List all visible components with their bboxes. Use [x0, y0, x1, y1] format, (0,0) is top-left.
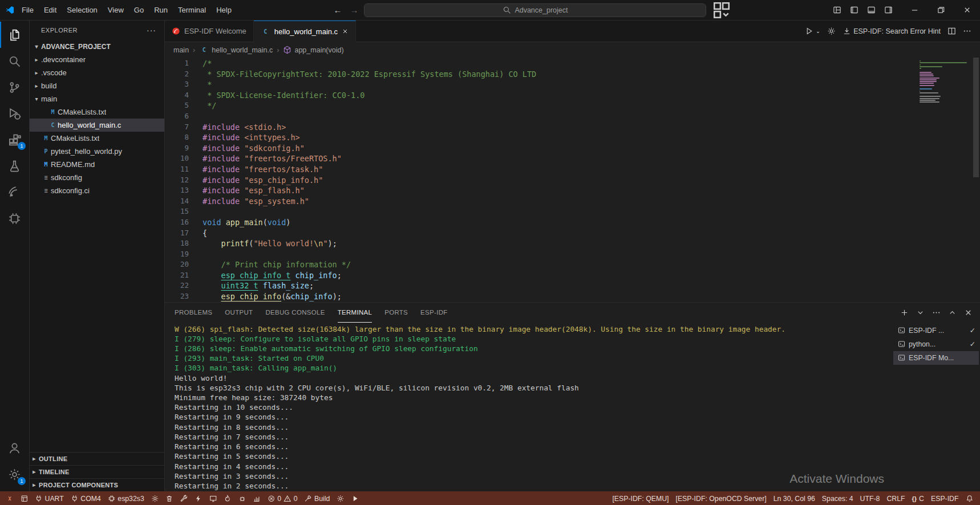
status-language-mode[interactable]: {}C — [909, 491, 928, 505]
activity-testing[interactable] — [0, 153, 29, 179]
status-build-project[interactable] — [177, 491, 192, 505]
menu-terminal[interactable]: Terminal — [173, 0, 211, 20]
status-monitor-device[interactable] — [206, 491, 221, 505]
status-debug[interactable] — [235, 491, 250, 505]
status-esp-idf-extension[interactable]: ESP-IDF — [928, 491, 962, 505]
menu-selection[interactable]: Selection — [62, 0, 102, 20]
forward-arrow-icon[interactable]: → — [350, 5, 358, 15]
search-error-hint-button[interactable]: ESP-IDF: Search Error Hint — [840, 25, 943, 38]
status-settings-task[interactable] — [333, 491, 348, 505]
status-notifications[interactable] — [962, 491, 977, 505]
tree-item[interactable]: MCMakeLists.txt — [30, 105, 164, 119]
tree-item[interactable]: Chello_world_main.c — [30, 119, 164, 132]
section-project-components[interactable]: ▸PROJECT COMPONENTS — [30, 478, 164, 491]
status-qemu[interactable]: [ESP-IDF: QEMU] — [609, 491, 672, 505]
settings-button[interactable] — [824, 25, 839, 38]
restore-button[interactable] — [928, 0, 954, 20]
tree-item[interactable]: ▸build — [30, 79, 164, 92]
panel-tab-debug-console[interactable]: DEBUG CONSOLE — [265, 303, 325, 323]
status-build-task[interactable]: Build — [301, 491, 333, 505]
panel-tab-esp-idf[interactable]: ESP-IDF — [420, 303, 447, 323]
run-dropdown-button[interactable]: ⌄ — [802, 25, 823, 38]
toggle-panel-button[interactable] — [862, 2, 880, 19]
menu-go[interactable]: Go — [129, 0, 149, 20]
back-arrow-icon[interactable]: ← — [333, 5, 342, 15]
project-root-folder[interactable]: ▾ ADVANCE_PROJECT — [30, 40, 164, 53]
breadcrumb-item[interactable]: Chello_world_main.c — [199, 46, 273, 54]
toggle-secondary-sidebar-button[interactable] — [880, 2, 897, 19]
tree-item[interactable]: MREADME.md — [30, 158, 164, 171]
status-flash-device[interactable] — [191, 491, 206, 505]
scrollbar-thumb[interactable] — [973, 58, 979, 177]
tab-hello-world-main-c[interactable]: Chello_world_main.c — [254, 21, 356, 42]
activity-explorer[interactable] — [0, 22, 29, 48]
menu-run[interactable]: Run — [149, 0, 173, 20]
terminal-output[interactable]: W (266) spi_flash: Detected size(16384k)… — [165, 323, 893, 491]
panel-more-actions-button[interactable] — [930, 306, 942, 319]
terminal-list-item[interactable]: python...✓ — [893, 337, 979, 351]
more-actions-button[interactable] — [960, 25, 974, 38]
menu-help[interactable]: Help — [211, 0, 237, 20]
section-outline[interactable]: ▸OUTLINE — [30, 452, 164, 465]
tree-item[interactable]: ▸.vscode — [30, 66, 164, 79]
split-editor-button[interactable] — [945, 25, 959, 38]
panel-tab-output[interactable]: OUTPUT — [225, 303, 253, 323]
tree-item[interactable]: ▸.devcontainer — [30, 53, 164, 66]
activity-esp-idf-explorer[interactable] — [0, 205, 29, 231]
customize-layout-button[interactable] — [828, 2, 845, 19]
status-openocd-server[interactable]: [ESP-IDF: OpenOCD Server] — [672, 491, 770, 505]
status-project-workspace[interactable] — [17, 491, 32, 505]
status-cursor-position[interactable]: Ln 30, Col 96 — [770, 491, 819, 505]
status-idf-size[interactable] — [249, 491, 264, 505]
activity-extensions[interactable]: 1 — [0, 127, 29, 153]
status-eol[interactable]: CRLF — [883, 491, 908, 505]
menu-view[interactable]: View — [103, 0, 129, 20]
tab-esp-idf-welcome[interactable]: ESP-IDF Welcome — [165, 21, 254, 42]
tree-item[interactable]: Ppytest_hello_world.py — [30, 145, 164, 158]
status-menuconfig[interactable] — [148, 491, 163, 505]
editor-scrollbar[interactable] — [972, 58, 980, 302]
code-area[interactable]: 1/*2 * SPDX-FileCopyrightText: 2010-2022… — [165, 58, 917, 302]
status-device-target[interactable]: esp32s3 — [104, 491, 148, 505]
minimize-button[interactable] — [901, 0, 928, 20]
activity-run-and-debug[interactable] — [0, 100, 29, 127]
panel-tab-terminal[interactable]: TERMINAL — [338, 303, 372, 323]
profile-grid-icon[interactable] — [712, 2, 731, 19]
status-encoding[interactable]: UTF-8 — [857, 491, 884, 505]
code-editor[interactable]: 1/*2 * SPDX-FileCopyrightText: 2010-2022… — [165, 58, 980, 302]
status-serial-port[interactable]: COM4 — [67, 491, 104, 505]
breadcrumb-item[interactable]: app_main(void) — [283, 46, 343, 54]
breadcrumb-item[interactable]: main — [173, 46, 189, 54]
activity-accounts[interactable] — [0, 435, 29, 462]
section-timeline[interactable]: ▸TIMELINE — [30, 465, 164, 478]
maximize-panel-button[interactable] — [946, 306, 958, 319]
tree-item[interactable]: ≡sdkconfig — [30, 171, 164, 184]
activity-espressif-idf[interactable] — [0, 179, 29, 205]
tree-item[interactable]: MCMakeLists.txt — [30, 132, 164, 145]
tree-item[interactable]: ≡sdkconfig.ci — [30, 184, 164, 197]
terminal-profile-dropdown[interactable] — [914, 306, 926, 319]
status-problems[interactable]: 00 — [264, 491, 301, 505]
ellipsis-icon[interactable]: ··· — [147, 26, 156, 35]
status-indentation[interactable]: Spaces: 4 — [819, 491, 857, 505]
terminal-list-item[interactable]: ESP-IDF Mo... — [893, 351, 979, 365]
close-icon[interactable] — [342, 28, 349, 35]
activity-manage[interactable]: 1 — [0, 462, 29, 488]
status-run-task[interactable] — [348, 491, 363, 505]
command-center-search[interactable]: Advance_project — [364, 3, 706, 17]
toggle-primary-sidebar-button[interactable] — [845, 2, 862, 19]
close-window-button[interactable] — [954, 0, 980, 20]
panel-tab-ports[interactable]: PORTS — [384, 303, 408, 323]
activity-source-control[interactable] — [0, 74, 29, 100]
status-full-clean[interactable] — [162, 491, 177, 505]
activity-search[interactable] — [0, 48, 29, 74]
panel-tab-problems[interactable]: PROBLEMS — [175, 303, 212, 323]
tree-item[interactable]: ▾main — [30, 92, 164, 105]
status-build-flash-monitor[interactable] — [220, 491, 235, 505]
new-terminal-button[interactable] — [898, 306, 910, 319]
status-flash-method[interactable]: UART — [31, 491, 67, 505]
menu-edit[interactable]: Edit — [39, 0, 62, 20]
minimap[interactable] — [917, 58, 972, 302]
terminal-list-item[interactable]: ESP-IDF ...✓ — [893, 324, 979, 337]
status-remote-indicator[interactable] — [2, 491, 17, 505]
